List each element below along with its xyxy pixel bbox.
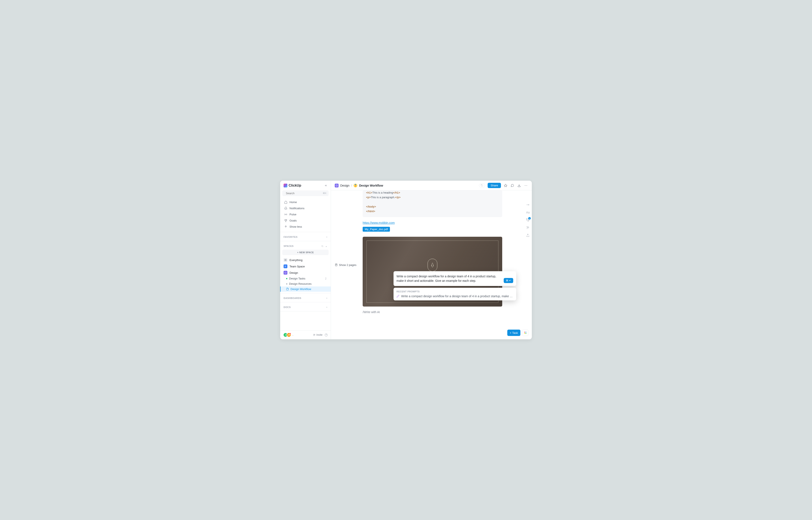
- space-team[interactable]: Team Space: [280, 263, 331, 269]
- bell-icon: [284, 207, 287, 210]
- svg-rect-12: [336, 185, 337, 186]
- section-spaces[interactable]: SPACES ⌄: [280, 242, 331, 249]
- section-docs[interactable]: DOCS ›: [280, 304, 331, 310]
- ai-assist-icon[interactable]: [526, 218, 530, 222]
- space-everything[interactable]: Everything: [280, 257, 331, 263]
- tag-icon[interactable]: [479, 184, 485, 187]
- chevron-right-icon: ›: [326, 296, 328, 300]
- right-rail: Aa: [526, 203, 530, 237]
- section-label: SPACES: [283, 245, 294, 247]
- space-label: Team Space: [290, 265, 305, 268]
- search-input-wrapper[interactable]: ⌘K: [282, 190, 329, 196]
- user-avatars[interactable]: J JS: [283, 333, 291, 337]
- apps-grid-icon: [524, 332, 526, 334]
- section-label: DOCS: [283, 306, 291, 308]
- search-shortcut: ⌘K: [323, 192, 326, 194]
- new-task-button[interactable]: + Task: [507, 330, 520, 336]
- comment-icon[interactable]: [510, 183, 514, 188]
- ai-recent-item[interactable]: Write a compact design workflow for a de…: [397, 294, 513, 298]
- space-design[interactable]: Design: [280, 269, 331, 276]
- sidebar-footer: J JS ⌄ Invite: [280, 330, 331, 339]
- magic-icon[interactable]: [526, 226, 530, 229]
- chevron-down-icon[interactable]: ⌄: [292, 334, 294, 336]
- invite-label: Invite: [316, 333, 323, 336]
- collapse-sidebar-icon[interactable]: [324, 184, 327, 187]
- chevron-down-icon[interactable]: ⌄: [325, 244, 328, 248]
- brand-name: ClickUp: [289, 184, 301, 187]
- nav-show-less[interactable]: Show less: [280, 224, 331, 230]
- section-favorites[interactable]: FAVORITES ›: [280, 233, 331, 240]
- breadcrumb-page[interactable]: Design Workflow: [359, 184, 383, 187]
- external-link[interactable]: https://www.mobbin.com: [363, 221, 502, 225]
- svg-rect-5: [285, 260, 285, 261]
- ai-prompt-input[interactable]: Write a compact design workflow for a de…: [394, 271, 516, 286]
- search-spaces-icon[interactable]: [321, 245, 324, 247]
- tree-design-tasks[interactable]: Design Tasks 2: [280, 276, 331, 281]
- plus-icon: +: [510, 331, 512, 335]
- more-icon[interactable]: [524, 183, 528, 188]
- link-text[interactable]: https://www.mobbin.com: [363, 221, 395, 225]
- nav-label: Home: [290, 201, 297, 204]
- ai-prompt-text[interactable]: Write a compact design workflow for a de…: [397, 274, 502, 283]
- svg-point-7: [285, 266, 286, 266]
- pages-icon: [335, 263, 338, 266]
- search-input[interactable]: [286, 192, 321, 195]
- svg-point-10: [314, 334, 315, 335]
- nav-label: Pulse: [290, 213, 296, 216]
- user-plus-icon: [313, 334, 316, 336]
- task-button-label: Task: [512, 331, 518, 335]
- share-button[interactable]: Share: [488, 183, 501, 188]
- help-icon[interactable]: [325, 333, 328, 337]
- document-body[interactable]: <h1>This is a heading</h1> <p>This is a …: [363, 190, 515, 339]
- brand-logo-mark: [283, 184, 287, 187]
- chevron-right-icon: ›: [326, 235, 328, 238]
- nav-home[interactable]: Home: [280, 199, 331, 205]
- status-dot-icon: [286, 283, 287, 285]
- nav-goals[interactable]: Goals: [280, 217, 331, 224]
- ai-submit-button[interactable]: ⌘ ↵: [504, 278, 513, 283]
- nav-label: Goals: [290, 219, 297, 222]
- tree-count: 2: [325, 277, 326, 280]
- svg-rect-3: [285, 259, 285, 260]
- tree-label: Design Workflow: [291, 287, 311, 291]
- ai-recent-panel: RECENT PROMPTS Write a compact design wo…: [394, 288, 516, 301]
- grid-icon: [283, 258, 287, 262]
- show-pages-label: Show 2 pages: [339, 263, 356, 266]
- expand-icon[interactable]: [526, 203, 530, 206]
- breadcrumb-space[interactable]: Design: [340, 184, 350, 187]
- nav-pulse[interactable]: Pulse: [280, 211, 331, 217]
- file-attachment[interactable]: My_Paper_doc.pdf: [363, 227, 390, 232]
- star-icon[interactable]: [504, 183, 508, 188]
- primary-nav: Home Notifications Pulse Goals Show less: [280, 198, 331, 231]
- design-space-icon: [283, 271, 287, 275]
- design-space-icon: [335, 184, 339, 187]
- breadcrumb-separator: /: [351, 184, 352, 187]
- svg-point-2: [321, 245, 323, 246]
- section-label: FAVORITES: [283, 236, 298, 238]
- sidebar: ClickUp ⌘K Home Notifications Pulse: [280, 181, 331, 339]
- apps-button[interactable]: [522, 330, 529, 336]
- arrow-up-icon: [284, 225, 287, 228]
- show-pages-toggle[interactable]: Show 2 pages: [331, 190, 363, 339]
- section-dashboards[interactable]: DASHBOARDS ›: [280, 294, 331, 301]
- breadcrumb: Design / 🏅 Design Workflow: [335, 184, 383, 187]
- tree-design-workflow[interactable]: Design Workflow: [280, 286, 331, 292]
- ai-recent-label: RECENT PROMPTS: [397, 290, 513, 293]
- tree-label: Design Tasks: [289, 277, 305, 280]
- new-space-button[interactable]: + NEW SPACE: [282, 250, 329, 255]
- ai-prompt-overlay: Write a compact design workflow for a de…: [394, 271, 516, 301]
- svg-point-8: [286, 266, 286, 266]
- invite-button[interactable]: Invite: [313, 333, 323, 336]
- tree-design-resources[interactable]: Design Resources: [280, 281, 331, 286]
- svg-point-16: [527, 185, 527, 186]
- download-icon[interactable]: [517, 183, 521, 188]
- sidebar-header: ClickUp: [280, 181, 331, 189]
- brand-logo[interactable]: ClickUp: [283, 184, 301, 187]
- chevron-right-icon: ›: [326, 306, 328, 309]
- typography-icon[interactable]: Aa: [526, 211, 530, 214]
- upload-icon[interactable]: [526, 234, 530, 237]
- space-label: Everything: [290, 259, 302, 262]
- topbar: Design / 🏅 Design Workflow Share: [331, 181, 532, 190]
- status-dot-icon: [286, 278, 287, 279]
- nav-notifications[interactable]: Notifications: [280, 205, 331, 211]
